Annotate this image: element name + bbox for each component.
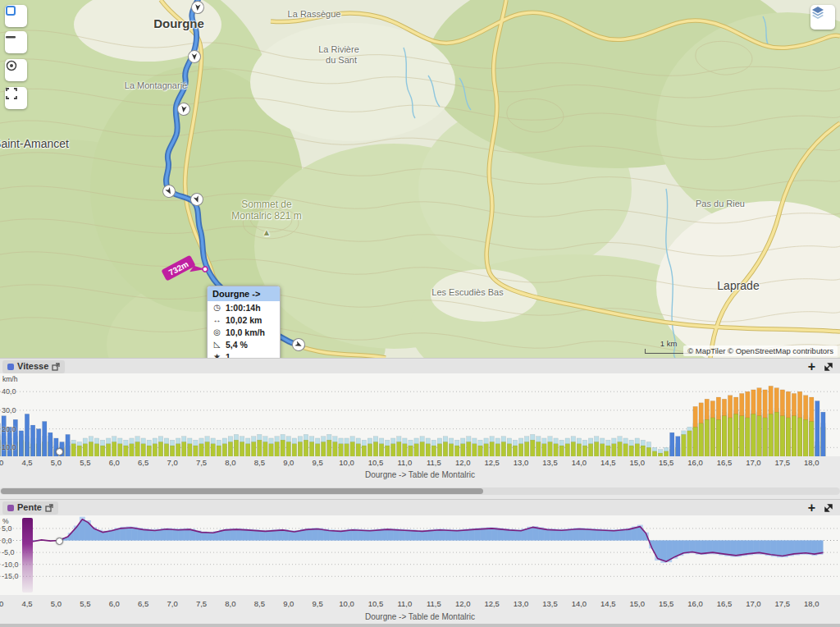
x-tick-label: 16,0 [682, 599, 710, 608]
slope-icon: ◺ [212, 340, 221, 349]
scrollbar-thumb[interactable] [1, 488, 483, 494]
x-tick-label: 14,0 [565, 458, 593, 467]
tooltip-row: ★1 [208, 350, 280, 358]
speed-panel-header: Vitesse + [0, 358, 840, 375]
x-tick-label: 4,0 [0, 599, 12, 608]
star-icon: ★ [212, 352, 221, 358]
x-tick-label: 6,0 [100, 599, 128, 608]
x-tick-label: 4,5 [13, 458, 41, 467]
x-tick-label: 16,5 [710, 458, 738, 467]
x-tick-label: 8,0 [217, 458, 244, 467]
x-tick-label: 17,5 [769, 458, 797, 467]
fullscreen-button[interactable] [5, 87, 27, 109]
x-tick-label: 7,0 [158, 458, 186, 467]
x-tick-label: 11,0 [390, 458, 418, 467]
x-tick-label: 11,5 [420, 458, 448, 467]
tooltip-title[interactable]: Dourgne -> [208, 286, 280, 301]
x-tick-label: 5,0 [42, 599, 70, 608]
x-tick-label: 15,0 [623, 458, 651, 467]
speed-icon: ◎ [212, 327, 221, 336]
x-tick-label: 17,0 [739, 458, 767, 467]
tooltip-value: 10,02 km [226, 315, 262, 325]
speed-x-axis: 4,04,55,05,56,06,57,07,58,08,59,09,510,0… [0, 456, 840, 467]
x-tick-label: 9,5 [304, 599, 331, 608]
speed-chart[interactable]: km/h 40,030,020,010,0 [0, 373, 840, 456]
map-attribution: © MapTiler © OpenStreetMap contributors [683, 346, 838, 356]
x-tick-label: 4,5 [13, 599, 41, 608]
x-tick-label: 17,5 [769, 599, 797, 608]
x-tick-label: 9,5 [304, 458, 331, 467]
map-terrain: 732m [0, 0, 840, 358]
x-tick-label: 13,0 [507, 458, 535, 467]
tooltip-value: 1 [226, 352, 231, 359]
slope-hover-marker [56, 538, 63, 545]
tooltip-value: 1:00:14h [226, 303, 261, 313]
draw-tool-button[interactable] [5, 5, 27, 27]
x-tick-label: 14,0 [565, 599, 593, 608]
tooltip-row: ◎10,0 km/h [208, 326, 280, 338]
x-tick-label: 14,5 [594, 599, 622, 608]
popout-icon[interactable] [52, 363, 60, 371]
speed-legend-dot [7, 364, 14, 370]
zoom-out-button[interactable] [5, 31, 27, 53]
x-tick-label: 9,0 [275, 458, 303, 467]
tooltip-value: 5,4 % [226, 340, 248, 350]
x-tick-label: 16,5 [710, 599, 738, 608]
tooltip-value: 10,0 km/h [226, 327, 265, 337]
x-tick-label: 7,5 [187, 599, 215, 608]
map-canvas[interactable]: 732m DourgneLa RassègueLa Rivièredu Sant… [0, 0, 840, 358]
add-chart-button[interactable]: + [808, 501, 815, 515]
x-tick-label: 14,5 [594, 458, 622, 467]
forest-areas [0, 0, 840, 358]
route-tooltip[interactable]: Dourgne -> ◷1:00:14h↔10,02 km◎10,0 km/h◺… [207, 286, 281, 358]
x-tick-label: 6,5 [130, 458, 158, 467]
x-tick-label: 11,0 [390, 599, 418, 608]
x-tick-label: 18,0 [797, 458, 825, 467]
x-tick-label: 15,0 [623, 599, 651, 608]
x-tick-label: 5,0 [42, 458, 70, 467]
x-tick-label: 10,0 [333, 599, 361, 608]
x-tick-label: 6,0 [100, 458, 128, 467]
clock-icon: ◷ [212, 303, 221, 312]
slope-caption: Dourgne -> Table de Montalric [0, 612, 840, 621]
slope-panel-header: Pente + [0, 499, 840, 516]
speed-panel-title: Vitesse [17, 362, 48, 371]
slope-gradient-band [22, 518, 33, 593]
horizontal-scrollbar[interactable] [0, 487, 840, 495]
x-tick-label: 7,5 [187, 458, 215, 467]
speed-legend[interactable]: Vitesse [2, 360, 65, 373]
expand-chart-icon[interactable] [824, 503, 833, 513]
x-tick-label: 5,5 [71, 458, 99, 467]
speed-plot-svg[interactable] [0, 373, 840, 456]
x-tick-label: 8,5 [245, 458, 273, 467]
x-tick-label: 10,5 [362, 599, 390, 608]
tooltip-row: ◷1:00:14h [208, 301, 280, 314]
x-tick-label: 9,0 [275, 599, 303, 608]
locate-button[interactable] [5, 59, 27, 81]
x-tick-label: 4,0 [0, 458, 12, 467]
slope-chart[interactable]: % 5,00,0-5,0-10,0-15,0 [0, 515, 840, 595]
x-tick-label: 17,0 [739, 599, 767, 608]
x-tick-label: 15,5 [652, 599, 680, 608]
speed-unit-label: km/h [2, 375, 17, 383]
x-tick-label: 13,5 [536, 599, 564, 608]
x-tick-label: 13,5 [536, 458, 564, 467]
x-tick-label: 13,0 [507, 599, 535, 608]
distance-icon: ↔ [212, 315, 221, 324]
bottom-scroll-strip[interactable] [0, 624, 840, 627]
slope-legend[interactable]: Pente [2, 501, 58, 515]
x-tick-label: 8,5 [245, 599, 273, 608]
slope-plot-svg[interactable] [0, 515, 840, 595]
x-tick-label: 12,5 [478, 458, 506, 467]
x-tick-label: 12,0 [449, 458, 477, 467]
expand-chart-icon[interactable] [824, 362, 833, 372]
x-tick-label: 12,5 [478, 599, 506, 608]
x-tick-label: 11,5 [420, 599, 448, 608]
popout-icon[interactable] [45, 504, 53, 512]
tooltip-row: ◺5,4 % [208, 338, 280, 350]
x-tick-label: 5,5 [71, 599, 99, 608]
layers-button[interactable] [810, 5, 835, 30]
add-chart-button[interactable]: + [808, 360, 815, 373]
x-tick-label: 16,0 [682, 458, 710, 467]
speed-caption: Dourgne -> Table de Montalric [0, 470, 840, 479]
